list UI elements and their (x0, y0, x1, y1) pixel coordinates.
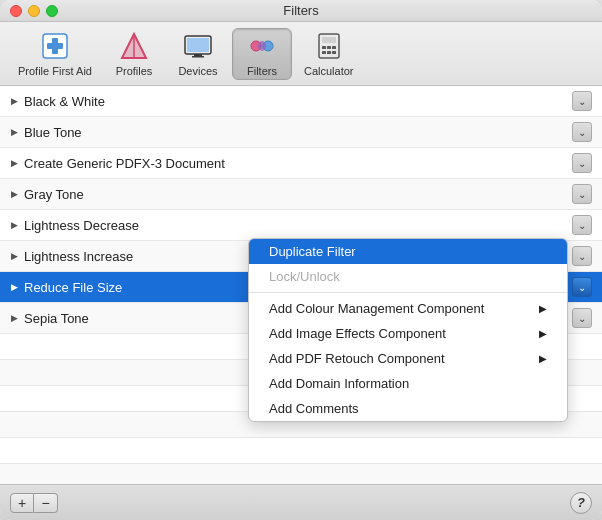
context-menu-item-add-image-effects[interactable]: Add Image Effects Component ▶ (249, 321, 567, 346)
context-menu-label-duplicate-filter: Duplicate Filter (269, 244, 356, 259)
toolbar-label-devices: Devices (178, 65, 217, 77)
context-menu-item-duplicate-filter[interactable]: Duplicate Filter (249, 239, 567, 264)
svg-rect-9 (194, 54, 202, 56)
filter-name-sepia-tone: Sepia Tone (24, 311, 89, 326)
filter-triangle-reduce-file-size: ▶ (10, 283, 18, 291)
filter-triangle-gray-tone: ▶ (10, 190, 18, 198)
filter-chevron-reduce-file-size[interactable]: ⌄ (572, 277, 592, 297)
devices-icon (182, 30, 214, 62)
toolbar-item-profiles[interactable]: Profiles (104, 28, 164, 80)
filter-name-gray-tone: Gray Tone (24, 187, 84, 202)
filter-triangle-create-generic: ▶ (10, 159, 18, 167)
svg-rect-17 (327, 46, 331, 49)
title-bar: Filters (0, 0, 602, 22)
toolbar-item-filters[interactable]: Filters (232, 28, 292, 80)
context-menu-item-add-colour-management[interactable]: Add Colour Management Component ▶ (249, 296, 567, 321)
svg-rect-19 (322, 51, 326, 54)
filter-row-create-generic[interactable]: ▶ Create Generic PDFX-3 Document ⌄ (0, 148, 602, 179)
filter-name-reduce-file-size: Reduce File Size (24, 280, 122, 295)
filter-chevron-lightness-decrease[interactable]: ⌄ (572, 215, 592, 235)
toolbar-label-calculator: Calculator (304, 65, 354, 77)
bottom-toolbar: + − ? (0, 484, 602, 520)
filter-name-black-white: Black & White (24, 94, 105, 109)
main-window: Filters Profile First Aid (0, 0, 602, 520)
toolbar-item-profile-first-aid[interactable]: Profile First Aid (10, 28, 100, 80)
profiles-icon (118, 30, 150, 62)
context-menu-arrow-add-image-effects: ▶ (539, 328, 547, 339)
bottom-left-buttons: + − (10, 493, 58, 513)
context-menu-item-add-domain-info[interactable]: Add Domain Information (249, 371, 567, 396)
filter-chevron-black-white[interactable]: ⌄ (572, 91, 592, 111)
context-menu-arrow-add-pdf-retouch: ▶ (539, 353, 547, 364)
context-menu: Duplicate Filter Lock/Unlock Add Colour … (248, 238, 568, 422)
svg-rect-18 (332, 46, 336, 49)
filter-chevron-create-generic[interactable]: ⌄ (572, 153, 592, 173)
svg-point-13 (258, 41, 266, 51)
filter-triangle-blue-tone: ▶ (10, 128, 18, 136)
filter-row-blue-tone[interactable]: ▶ Blue Tone ⌄ (0, 117, 602, 148)
toolbar: Profile First Aid Profiles (0, 22, 602, 86)
context-menu-label-add-comments: Add Comments (269, 401, 359, 416)
context-menu-label-add-colour-management: Add Colour Management Component (269, 301, 484, 316)
help-button[interactable]: ? (570, 492, 592, 514)
filters-icon (246, 30, 278, 62)
filter-triangle-lightness-increase: ▶ (10, 252, 18, 260)
filter-triangle-lightness-decrease: ▶ (10, 221, 18, 229)
filter-triangle-sepia-tone: ▶ (10, 314, 18, 322)
toolbar-label-profile-first-aid: Profile First Aid (18, 65, 92, 77)
filter-row-black-white[interactable]: ▶ Black & White ⌄ (0, 86, 602, 117)
filter-name-blue-tone: Blue Tone (24, 125, 82, 140)
svg-rect-20 (327, 51, 331, 54)
close-button[interactable] (10, 5, 22, 17)
filter-name-lightness-increase: Lightness Increase (24, 249, 133, 264)
remove-filter-button[interactable]: − (34, 493, 58, 513)
filter-chevron-sepia-tone[interactable]: ⌄ (572, 308, 592, 328)
maximize-button[interactable] (46, 5, 58, 17)
filter-row-lightness-decrease[interactable]: ▶ Lightness Decrease ⌄ (0, 210, 602, 241)
add-filter-button[interactable]: + (10, 493, 34, 513)
filter-name-create-generic: Create Generic PDFX-3 Document (24, 156, 225, 171)
calculator-icon (313, 30, 345, 62)
context-menu-item-add-comments[interactable]: Add Comments (249, 396, 567, 421)
toolbar-label-filters: Filters (247, 65, 277, 77)
context-menu-label-add-pdf-retouch: Add PDF Retouch Component (269, 351, 445, 366)
svg-rect-2 (47, 43, 63, 49)
filter-empty-row-6 (0, 464, 602, 484)
window-title: Filters (283, 3, 318, 18)
filter-triangle-black-white: ▶ (10, 97, 18, 105)
context-menu-separator-1 (249, 292, 567, 293)
context-menu-arrow-add-colour-management: ▶ (539, 303, 547, 314)
context-menu-label-add-domain-info: Add Domain Information (269, 376, 409, 391)
toolbar-item-calculator[interactable]: Calculator (296, 28, 362, 80)
svg-rect-16 (322, 46, 326, 49)
context-menu-label-add-image-effects: Add Image Effects Component (269, 326, 446, 341)
svg-rect-8 (187, 38, 209, 52)
svg-rect-21 (332, 51, 336, 54)
traffic-lights (10, 5, 58, 17)
filter-chevron-lightness-increase[interactable]: ⌄ (572, 246, 592, 266)
svg-rect-15 (322, 37, 336, 43)
context-menu-item-add-pdf-retouch[interactable]: Add PDF Retouch Component ▶ (249, 346, 567, 371)
filter-name-lightness-decrease: Lightness Decrease (24, 218, 139, 233)
minimize-button[interactable] (28, 5, 40, 17)
main-content: ▶ Black & White ⌄ ▶ Blue Tone ⌄ ▶ Create… (0, 86, 602, 484)
filter-chevron-blue-tone[interactable]: ⌄ (572, 122, 592, 142)
filter-chevron-gray-tone[interactable]: ⌄ (572, 184, 592, 204)
context-menu-label-lock-unlock: Lock/Unlock (269, 269, 340, 284)
filter-row-gray-tone[interactable]: ▶ Gray Tone ⌄ (0, 179, 602, 210)
toolbar-label-profiles: Profiles (116, 65, 153, 77)
svg-rect-10 (192, 56, 204, 58)
profile-first-aid-icon (39, 30, 71, 62)
toolbar-item-devices[interactable]: Devices (168, 28, 228, 80)
context-menu-item-lock-unlock: Lock/Unlock (249, 264, 567, 289)
filter-empty-row-5 (0, 438, 602, 464)
